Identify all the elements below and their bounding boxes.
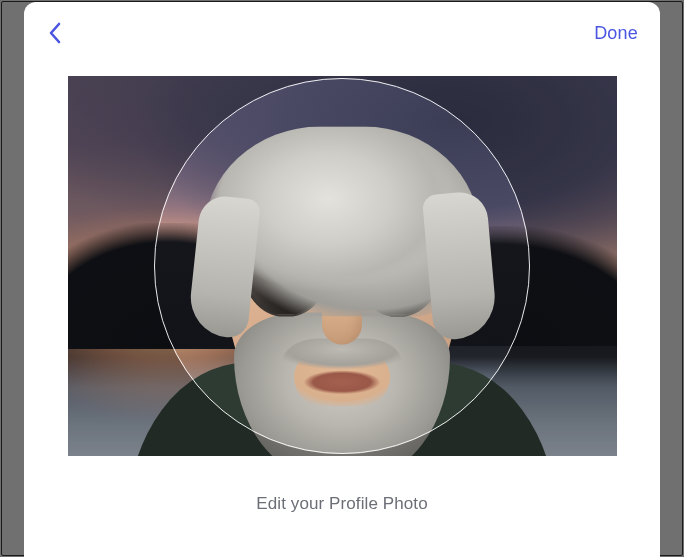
edit-photo-modal: Done [24,2,660,557]
modal-header: Done [24,2,660,64]
back-button[interactable] [38,16,72,50]
subject-hair [204,127,480,317]
device-frame: Done [1,1,683,556]
photo-crop-area[interactable] [68,76,617,456]
chevron-left-icon [48,22,62,44]
profile-photo-subject [142,103,542,456]
caption-text: Edit your Profile Photo [24,494,660,514]
done-button[interactable]: Done [594,23,638,44]
